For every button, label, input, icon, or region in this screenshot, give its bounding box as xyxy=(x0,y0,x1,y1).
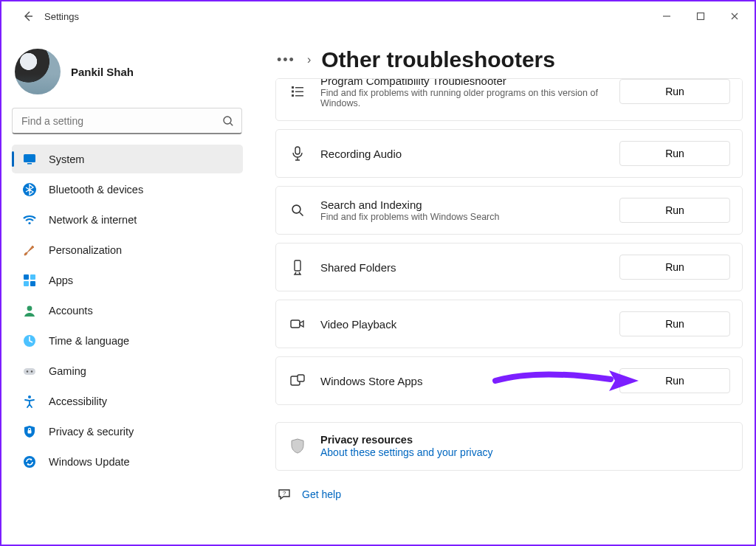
help-chat-icon: ? xyxy=(277,487,292,502)
shared-folder-icon xyxy=(288,258,307,277)
svg-point-15 xyxy=(28,395,31,398)
privacy-title: Privacy resources xyxy=(320,434,730,446)
get-help-link[interactable]: Get help xyxy=(302,488,341,500)
wifi-icon xyxy=(22,212,37,227)
sidebar-item-network[interactable]: Network & internet xyxy=(12,205,243,234)
search-icon xyxy=(222,115,234,127)
run-button[interactable]: Run xyxy=(619,311,730,336)
sidebar-item-privacy[interactable]: Privacy & security xyxy=(12,417,243,446)
list-icon xyxy=(288,82,307,101)
shield-grey-icon xyxy=(288,437,307,456)
sidebar-item-label: Gaming xyxy=(49,365,86,377)
svg-rect-23 xyxy=(295,95,303,97)
search-field[interactable] xyxy=(12,108,242,134)
sidebar-item-label: Accounts xyxy=(49,305,93,317)
apps-icon xyxy=(22,273,37,288)
paintbrush-icon xyxy=(22,243,37,258)
troubleshooter-desc: Find and fix problems with running older… xyxy=(320,88,619,108)
troubleshooter-title: Program Compatibility Troubleshooter xyxy=(320,78,619,87)
window-controls xyxy=(650,4,752,28)
svg-rect-7 xyxy=(30,274,35,280)
chevron-right-icon: › xyxy=(307,53,311,66)
troubleshooter-search-indexing[interactable]: Search and Indexing Find and fix problem… xyxy=(275,186,743,235)
run-button[interactable]: Run xyxy=(619,255,730,280)
close-button[interactable] xyxy=(718,4,752,28)
svg-point-17 xyxy=(24,456,35,468)
svg-rect-9 xyxy=(30,281,35,286)
search-icon xyxy=(288,201,307,220)
breadcrumb-more-button[interactable]: ••• xyxy=(275,51,297,69)
sidebar-item-label: Personalization xyxy=(49,244,122,256)
app-title: Settings xyxy=(44,11,79,22)
sidebar-item-label: Apps xyxy=(49,274,73,286)
run-button[interactable]: Run xyxy=(619,141,730,166)
troubleshooter-program-compatibility[interactable]: Program Compatibility Troubleshooter Fin… xyxy=(276,78,742,119)
svg-point-13 xyxy=(27,370,28,372)
maximize-button[interactable] xyxy=(684,4,718,28)
svg-rect-29 xyxy=(298,375,304,381)
clock-globe-icon xyxy=(22,334,37,348)
run-button[interactable]: Run xyxy=(619,368,730,393)
svg-point-25 xyxy=(292,205,300,213)
avatar xyxy=(15,49,61,94)
svg-point-5 xyxy=(28,221,30,224)
minimize-button[interactable] xyxy=(650,4,684,28)
sidebar-item-personalization[interactable]: Personalization xyxy=(12,235,243,264)
sidebar-item-label: Privacy & security xyxy=(49,426,134,438)
back-button[interactable] xyxy=(16,4,40,28)
sidebar-item-label: Network & internet xyxy=(49,214,137,226)
sidebar-item-apps[interactable]: Apps xyxy=(12,266,243,294)
troubleshooter-title: Shared Folders xyxy=(320,261,619,274)
svg-rect-21 xyxy=(295,91,303,93)
sidebar-item-accessibility[interactable]: Accessibility xyxy=(12,387,243,415)
troubleshooter-title: Search and Indexing xyxy=(320,198,619,211)
profile-name: Pankil Shah xyxy=(71,66,134,78)
troubleshooter-shared-folders[interactable]: Shared Folders Run xyxy=(275,243,743,291)
get-help-row[interactable]: ? Get help xyxy=(275,487,743,502)
page-title: Other troubleshooters xyxy=(321,47,555,72)
update-icon xyxy=(22,455,37,469)
profile[interactable]: Pankil Shah xyxy=(12,46,243,108)
sidebar-item-label: Windows Update xyxy=(49,456,130,468)
troubleshooter-desc: Find and fix problems with Windows Searc… xyxy=(320,212,619,222)
run-button[interactable]: Run xyxy=(619,79,730,104)
sidebar-item-label: Accessibility xyxy=(49,395,107,407)
troubleshooter-title: Recording Audio xyxy=(320,148,619,160)
svg-point-14 xyxy=(31,370,32,372)
sidebar: Pankil Shah System Bluetooth & devices xyxy=(1,31,249,545)
troubleshooter-video-playback[interactable]: Video Playback Run xyxy=(275,300,743,348)
privacy-link[interactable]: About these settings and your privacy xyxy=(320,446,492,458)
sidebar-item-time-language[interactable]: Time & language xyxy=(12,326,243,355)
sidebar-item-label: Bluetooth & devices xyxy=(49,184,143,196)
svg-rect-24 xyxy=(295,147,300,154)
microphone-icon xyxy=(288,144,307,163)
sidebar-item-bluetooth[interactable]: Bluetooth & devices xyxy=(12,175,243,204)
svg-rect-18 xyxy=(292,86,294,89)
nav: System Bluetooth & devices Network & int… xyxy=(12,145,243,476)
troubleshooter-title: Video Playback xyxy=(320,318,619,331)
svg-rect-19 xyxy=(295,87,303,89)
run-button[interactable]: Run xyxy=(619,198,730,223)
search-input[interactable] xyxy=(21,115,215,127)
sidebar-item-system[interactable]: System xyxy=(12,145,243,173)
titlebar: Settings xyxy=(1,1,755,31)
svg-rect-6 xyxy=(24,274,29,280)
gamepad-icon xyxy=(22,364,37,379)
troubleshooter-windows-store-apps[interactable]: Windows Store Apps Run xyxy=(275,356,743,405)
main-content: ••• › Other troubleshooters Program Comp… xyxy=(249,31,755,545)
sidebar-item-accounts[interactable]: Accounts xyxy=(12,296,243,325)
sidebar-item-gaming[interactable]: Gaming xyxy=(12,356,243,385)
person-icon xyxy=(22,303,37,318)
troubleshooter-list: Program Compatibility Troubleshooter Fin… xyxy=(275,78,743,471)
sidebar-item-windows-update[interactable]: Windows Update xyxy=(12,447,243,476)
svg-point-10 xyxy=(27,305,32,311)
troubleshooter-recording-audio[interactable]: Recording Audio Run xyxy=(275,129,743,178)
sidebar-item-label: Time & language xyxy=(49,335,129,347)
svg-rect-16 xyxy=(28,430,32,434)
video-icon xyxy=(288,314,307,334)
shield-icon xyxy=(22,424,37,439)
privacy-resources-card[interactable]: Privacy resources About these settings a… xyxy=(275,422,743,471)
svg-rect-0 xyxy=(698,13,704,20)
svg-rect-8 xyxy=(24,281,29,286)
sidebar-item-label: System xyxy=(49,153,84,165)
